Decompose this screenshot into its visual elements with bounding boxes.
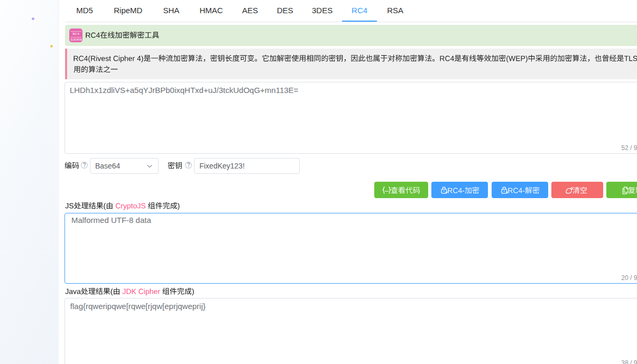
svg-text:?: ?	[82, 162, 86, 168]
svg-text:?: ?	[187, 162, 190, 168]
